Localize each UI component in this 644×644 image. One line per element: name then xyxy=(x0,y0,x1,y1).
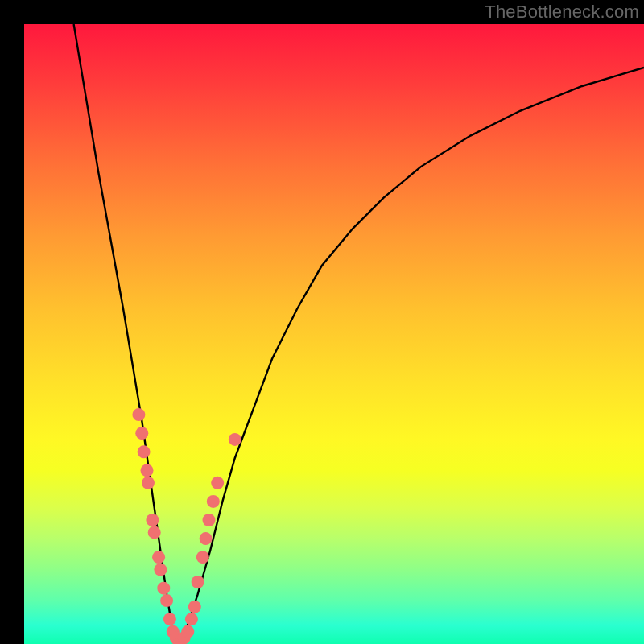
scatter-point xyxy=(196,551,209,564)
plot-area xyxy=(24,24,644,644)
scatter-point xyxy=(141,464,154,477)
scatter-point xyxy=(207,495,220,508)
watermark-text: TheBottleneck.com xyxy=(485,2,639,23)
scatter-point xyxy=(188,601,201,613)
scatter-point xyxy=(154,564,167,576)
scatter-point xyxy=(142,477,155,489)
chart-frame: TheBottleneck.com xyxy=(0,0,644,644)
scatter-point xyxy=(152,551,165,564)
scatter-points xyxy=(132,408,241,644)
scatter-point xyxy=(200,532,213,545)
scatter-point xyxy=(203,514,216,526)
scatter-point xyxy=(211,477,224,489)
scatter-point xyxy=(192,576,204,588)
chart-overlay xyxy=(24,24,644,644)
scatter-point xyxy=(160,594,173,607)
scatter-point xyxy=(138,445,151,458)
scatter-point xyxy=(181,625,194,638)
scatter-point xyxy=(132,408,145,421)
scatter-point xyxy=(135,427,148,440)
scatter-point xyxy=(163,613,176,625)
scatter-point xyxy=(157,582,170,595)
scatter-point xyxy=(229,433,242,446)
scatter-point xyxy=(185,613,198,625)
scatter-point xyxy=(146,514,159,526)
scatter-point xyxy=(148,526,161,539)
